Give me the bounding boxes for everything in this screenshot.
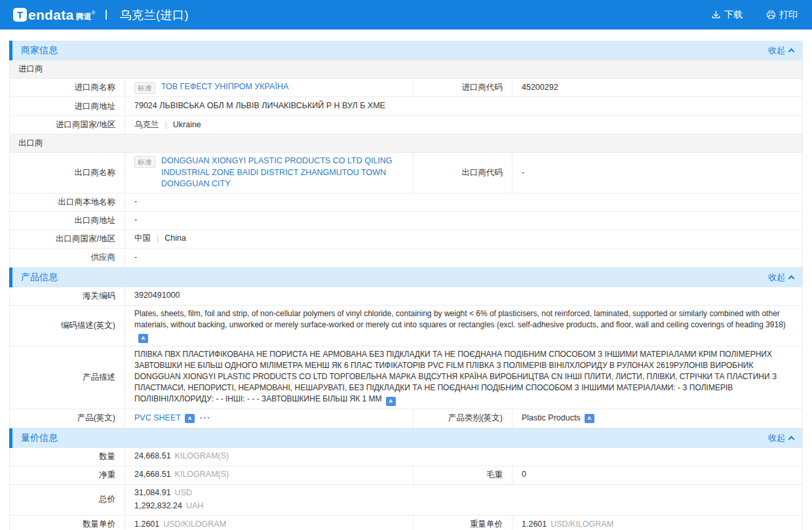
field-label: 海关编码	[10, 287, 125, 305]
price-table: 数量 24,668.51 KILOGRAM(S) 净重 24,668.51 KI…	[9, 448, 803, 530]
standard-badge: 标准	[134, 156, 155, 168]
collapse-label: 收起	[768, 432, 785, 444]
total-price-uah: 1,292,832.24 UAH	[134, 500, 203, 512]
table-row: 进口商地址 79024 ЛЬВІВСЬКА ОБЛ М ЛЬВІВ ЛИЧАКІ…	[10, 97, 802, 116]
exporter-name-wrap: 标准 DONGGUAN XIONGYI PLASTIC PRODUCTS CO …	[134, 155, 404, 190]
field-value: -	[125, 194, 802, 211]
field-label: 数量单价	[10, 516, 125, 530]
field-value: 0	[512, 466, 802, 484]
weight-unit-price-unit: USD/KILOGRAM	[551, 519, 613, 530]
table-row: 产品描述 ПЛІВКА ПВХ ПЛАСТИФІКОВАНА НЕ ПОРИСТ…	[10, 346, 802, 409]
table-row: 总价 31,084.91 USD 1,292,832.24 UAH	[10, 485, 802, 516]
field-value: 79024 ЛЬВІВСЬКА ОБЛ М ЛЬВІВ ЛИЧАКІВСЬКИЙ…	[125, 97, 802, 115]
total-price-usd: 31,084.91 USD	[134, 487, 203, 499]
group-label: 出口商	[18, 138, 43, 149]
collapse-price-button[interactable]: 收起	[768, 432, 794, 444]
product-en-link[interactable]: PVC SHEET	[134, 413, 181, 424]
section-title: 产品信息	[21, 272, 58, 283]
total-price-usd-unit: USD	[175, 487, 192, 499]
exporter-name-link[interactable]: DONGGUAN XIONGYI PLASTIC PRODUCTS CO LTD…	[161, 155, 404, 190]
translate-icon[interactable]: A	[185, 414, 195, 423]
importer-group-header: 进口商	[10, 60, 802, 79]
net-weight-value: 24,668.51	[134, 469, 171, 481]
gross-weight-value: 0	[522, 469, 526, 481]
field-value: 中国 | China	[125, 230, 802, 248]
field-label: 供应商	[10, 249, 125, 267]
translate-icon[interactable]: A	[585, 414, 594, 423]
country-divider: |	[157, 233, 159, 245]
field-label: 净重	[10, 466, 125, 484]
code-desc-text: Plates, sheets, film, foil and strip, of…	[134, 308, 793, 343]
table-row: 进口商国家/地区 乌克兰 | Ukraine	[10, 116, 802, 134]
product-desc-value: ПЛІВКА ПВХ ПЛАСТИФІКОВАНА НЕ ПОРИСТА НЕ …	[134, 350, 777, 403]
weight-unit-price-value: 1.2601	[522, 519, 547, 530]
field-label: 出口商本地名称	[10, 194, 125, 211]
importer-code-value: 45200292	[522, 82, 558, 94]
table-row: 产品(英文) PVC SHEET A ··· 产品类别(英文) Plastic …	[10, 409, 802, 428]
print-label: 打印	[779, 9, 798, 21]
page-title: 乌克兰(进口)	[119, 7, 189, 23]
download-button[interactable]: 下载	[711, 9, 743, 21]
exporter-country-cn: 中国	[134, 233, 151, 245]
section-header-product: 产品信息 收起	[9, 268, 803, 287]
translate-icon[interactable]: A	[386, 397, 396, 406]
section-header-merchant: 商家信息 收起	[9, 41, 803, 60]
collapse-label: 收起	[768, 45, 785, 56]
field-value: 3920491000	[125, 287, 802, 305]
logo-wordmark: endata	[28, 8, 74, 22]
importer-name-wrap: 标准 ТОВ ГЕФЕСТ УНІПРОМ УКРАЇНА	[134, 81, 288, 94]
exporter-group-header: 出口商	[10, 134, 802, 153]
header-divider	[106, 10, 107, 20]
translate-icon[interactable]: A	[138, 334, 148, 343]
field-label: 出口商地址	[10, 212, 125, 230]
total-price-uah-value: 1,292,832.24	[134, 500, 182, 512]
collapse-merchant-button[interactable]: 收起	[768, 45, 794, 56]
field-label: 进口商名称	[10, 79, 125, 96]
field-label: 进口商地址	[10, 97, 125, 115]
category-en-value: Plastic Products	[522, 413, 581, 424]
hs-code-value: 3920491000	[134, 290, 180, 302]
product-desc-text: ПЛІВКА ПВХ ПЛАСТИФІКОВАНА НЕ ПОРИСТА НЕ …	[134, 349, 793, 406]
field-value: -	[125, 212, 802, 230]
field-label: 进口商代码	[413, 79, 512, 96]
section-header-price: 量价信息 收起	[9, 428, 803, 448]
field-label: 产品描述	[10, 346, 125, 409]
collapse-product-button[interactable]: 收起	[768, 272, 794, 283]
importer-country-cn: 乌克兰	[134, 119, 159, 131]
section-title: 商家信息	[21, 45, 58, 56]
standard-badge: 标准	[134, 82, 155, 94]
table-row: 进口商名称 标准 ТОВ ГЕФЕСТ УНІПРОМ УКРАЇНА 进口商代…	[10, 79, 802, 97]
table-row: 数量单价 1.2601 USD/KILOGRAM 重量单价 1.2601 USD…	[10, 516, 802, 530]
field-label: 总价	[10, 485, 125, 515]
exporter-local-name-value: -	[134, 196, 137, 208]
field-label: 出口商名称	[10, 153, 125, 193]
chevron-up-icon	[788, 49, 795, 55]
qty-unit-price-value: 1.2601	[134, 519, 159, 530]
table-row: 出口商地址 -	[10, 212, 802, 230]
importer-name-link[interactable]: ТОВ ГЕФЕСТ УНІПРОМ УКРАЇНА	[161, 81, 288, 93]
field-value: 标准 DONGGUAN XIONGYI PLASTIC PRODUCTS CO …	[125, 153, 413, 193]
registered-mark: ®	[92, 10, 96, 16]
field-value: 24,668.51 KILOGRAM(S)	[125, 448, 802, 466]
field-label: 毛重	[413, 466, 512, 484]
importer-country-en: Ukraine	[173, 119, 201, 131]
table-row: 出口商国家/地区 中国 | China	[10, 230, 802, 249]
table-row: 出口商名称 标准 DONGGUAN XIONGYI PLASTIC PRODUC…	[10, 153, 802, 194]
field-value: -	[125, 249, 802, 267]
download-label: 下载	[724, 9, 743, 21]
tendata-logo[interactable]: T endata 腾道 ®	[13, 7, 95, 22]
logo-chinese-name: 腾道	[76, 11, 92, 22]
table-row: 净重 24,668.51 KILOGRAM(S) 毛重 0	[10, 466, 802, 485]
field-label: 产品(英文)	[10, 409, 125, 428]
code-desc-value: Plates, sheets, film, foil and strip, of…	[134, 309, 786, 329]
download-icon	[711, 10, 721, 20]
field-value: 标准 ТОВ ГЕФЕСТ УНІПРОМ УКРАЇНА	[125, 79, 413, 96]
print-button[interactable]: 打印	[766, 9, 798, 21]
total-price-usd-value: 31,084.91	[134, 487, 171, 499]
field-value: -	[512, 153, 802, 193]
exporter-code-value: -	[522, 167, 524, 179]
more-products-button[interactable]: ···	[200, 413, 211, 424]
top-header-bar: T endata 腾道 ® 乌克兰(进口) 下载 打印	[0, 0, 812, 30]
field-label: 产品类别(英文)	[413, 409, 512, 428]
field-value: 31,084.91 USD 1,292,832.24 UAH	[125, 485, 802, 515]
